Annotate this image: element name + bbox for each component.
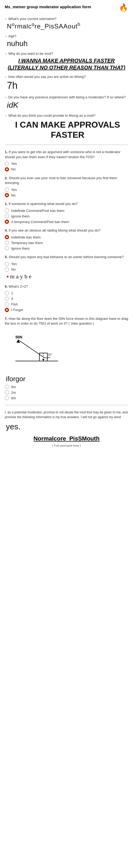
- nq7-label-9m: 9m: [11, 385, 16, 389]
- nq6-option-4: 4: [5, 297, 128, 301]
- nq1-option-yes: Yes: [5, 162, 128, 166]
- dash-6: –: [5, 114, 7, 118]
- section-experience: – Do you have any previous experiences w…: [5, 95, 128, 110]
- nq4-option-ignore: Ignore them: [5, 246, 128, 250]
- nq1-radio-yes[interactable]: [5, 162, 9, 166]
- nq5-label-yes: Yes: [11, 262, 17, 266]
- nq6-text: What's 2+2?: [8, 284, 28, 288]
- nq4-radio-temp[interactable]: [5, 241, 9, 245]
- diagram-container: 50N 37°: [10, 329, 63, 372]
- nq6-label-1: 1: [11, 291, 13, 295]
- yes-answer: yes.: [6, 421, 128, 433]
- nq2-radio-no[interactable]: [5, 193, 9, 197]
- diagram-svg: 50N 37°: [10, 329, 63, 372]
- nq6-radio-4[interactable]: [5, 297, 9, 301]
- nq7-label-2m: 2m: [11, 391, 16, 395]
- header: Ms_memer group moderator application for…: [5, 4, 128, 12]
- nq6-label-fish: Fish: [11, 302, 18, 306]
- nq3-option-temp: A temporary Comment/Post ban them: [5, 220, 128, 224]
- nq2-radio-yes[interactable]: [5, 187, 9, 192]
- nq7-option-8m: 8m: [5, 396, 128, 400]
- q-active-prompt: how often would you say you are active o…: [8, 75, 86, 79]
- nq4-text: If you see an obvious alt raiding Msmg w…: [8, 228, 100, 232]
- dash-5: –: [5, 95, 7, 99]
- nq2-label-no: No: [11, 193, 16, 197]
- nq3-radio-ignore[interactable]: [5, 214, 9, 218]
- nq3-radio-indefinite[interactable]: [5, 209, 9, 213]
- numbered-q3: 1. If someone is spamming what would you…: [5, 202, 128, 224]
- nq3-radio-temp[interactable]: [5, 220, 9, 224]
- dash-3: –: [5, 52, 7, 56]
- nq4-label-ignore: Ignore them: [11, 246, 29, 250]
- q-why-mod-answer: I WANNA MAKE APPROVALS FASTER (LITERALLY…: [5, 57, 128, 71]
- nq5-maybe-answer: ● m a y b e: [6, 273, 128, 280]
- nq7-radio-8m[interactable]: [5, 396, 9, 400]
- num-3: 1.: [5, 202, 8, 206]
- full-username-label: ( Full username here ): [5, 443, 128, 448]
- numbered-q5: 5. Should you report any bad behavior to…: [5, 255, 128, 280]
- nq2-option-no: No: [5, 193, 128, 197]
- page-container: Ms_memer group moderator application for…: [0, 0, 133, 452]
- nq4-option-indefinite: Indefinite ban them: [5, 235, 128, 239]
- q-username-answer: Normalcore_PisSAAouth: [7, 22, 128, 30]
- section-active: – how often would you say you are active…: [5, 75, 128, 91]
- q-active-answer: 7h: [7, 80, 128, 91]
- numbered-q7: 7. How far along the floor does the 50N …: [5, 316, 128, 400]
- nq4-label-temp: Temporary ban them: [11, 241, 43, 245]
- nq3-label-ignore: Ignore them: [11, 214, 29, 218]
- svg-text:37°: 37°: [48, 353, 52, 356]
- nq6-option-iforgor: I Forgor: [5, 308, 128, 312]
- nq1-label-no: No: [11, 167, 16, 171]
- q-experience-answer: idK: [7, 100, 128, 110]
- nq7-option-2m: 2m: [5, 390, 128, 395]
- nq6-option-fish: Fish: [5, 302, 128, 307]
- num-4: 4.: [5, 228, 8, 232]
- nq7-radio-2m[interactable]: [5, 390, 9, 395]
- numbered-q4: 4. If you see an obvious alt raiding Msm…: [5, 228, 128, 250]
- svg-marker-3: [17, 340, 20, 343]
- maybe-text-val: m a y b e: [10, 273, 32, 280]
- numbered-q6: 6. What's 2+2? 1 4 Fish I Forgor: [5, 284, 128, 312]
- q-provide-prompt: What do you think you could provide to M…: [8, 114, 95, 118]
- nq6-label-4: 4: [11, 297, 13, 301]
- nq1-option-no: No: [5, 167, 128, 172]
- nq6-radio-fish[interactable]: [5, 302, 9, 307]
- nq3-option-ignore: Ignore them: [5, 214, 128, 218]
- nq6-radio-1[interactable]: [5, 291, 9, 296]
- numbered-q1: 1. If you were to get into an argument w…: [5, 150, 128, 171]
- nq5-option-no: No: [5, 268, 128, 272]
- section-why-mod: – Why do you want to be mod? I WANNA MAK…: [5, 52, 128, 71]
- nq3-text: If someone is spamming what would you do…: [8, 202, 77, 206]
- nq6-option-1: 1: [5, 291, 128, 296]
- q-experience-prompt: Do you have any previous experiences wit…: [8, 95, 126, 99]
- nq2-text: Should you ever use your mod to ban some…: [5, 176, 117, 185]
- num-5: 5.: [5, 255, 8, 259]
- svg-text:50N: 50N: [16, 335, 22, 339]
- nq4-radio-indefinite[interactable]: [5, 235, 9, 239]
- nq5-radio-yes[interactable]: [5, 262, 9, 266]
- nq1-radio-no[interactable]: [5, 167, 9, 172]
- nq5-radio-no[interactable]: [5, 268, 9, 272]
- nq6-label-iforgor: I Forgor: [11, 308, 23, 312]
- svg-marker-7: [42, 359, 45, 361]
- numbered-q2: 2. Should you ever use your mod to ban s…: [5, 176, 128, 197]
- nq3-option-indefinite: Indefinite Comment/Post ban them: [5, 209, 128, 213]
- nq6-radio-iforgor[interactable]: [5, 308, 9, 312]
- nq4-label-indefinite: Indefinite ban them: [11, 235, 41, 239]
- nq1-text: If you were to get into an argument with…: [5, 150, 121, 159]
- section-username: – What's your current username? Normalco…: [5, 17, 128, 30]
- nq4-option-temp: Temporary ban them: [5, 241, 128, 245]
- nq3-label-temp: A temporary Comment/Post ban them: [11, 220, 69, 224]
- nq4-radio-ignore[interactable]: [5, 246, 9, 250]
- flame-icon: 🔥: [119, 3, 128, 12]
- nq7-radio-9m[interactable]: [5, 385, 9, 389]
- nq5-option-yes: Yes: [5, 262, 128, 266]
- nq7-option-9m: 9m: [5, 385, 128, 389]
- q-why-mod-prompt: Why do you want to be mod?: [8, 52, 53, 56]
- dash-1: –: [5, 17, 7, 21]
- section-age: – Age? nuhuh: [5, 34, 128, 48]
- nq7-text: How far along the floor does the 50N for…: [5, 317, 128, 326]
- q-provide-answer: I CAN MAKE APPROVALS FASTER: [7, 120, 128, 140]
- form-title: Ms_memer group moderator application for…: [5, 4, 91, 9]
- nq2-option-yes: Yes: [5, 187, 128, 192]
